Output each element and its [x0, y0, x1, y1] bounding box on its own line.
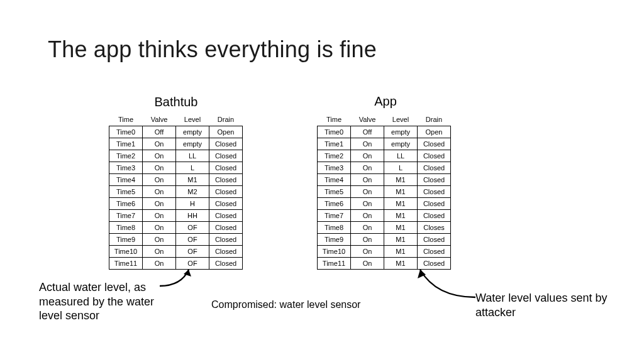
table-cell: L: [176, 162, 209, 174]
table-row: Time9OnM1Closed: [318, 234, 451, 246]
table-cell: On: [143, 162, 176, 174]
table-bathtub: Time Valve Level Drain Time0OffemptyOpen…: [109, 114, 243, 270]
table-cell: Time11: [109, 258, 143, 270]
table-cell: On: [351, 234, 384, 246]
table-row: Time10OnOFClosed: [109, 246, 243, 258]
table-cell: Time4: [318, 174, 351, 186]
table-cell: M1: [384, 174, 418, 186]
table-row: Time6OnHClosed: [109, 198, 243, 210]
table-cell: Closed: [418, 246, 451, 258]
table-cell: On: [351, 210, 384, 222]
col-time: Time: [109, 114, 143, 126]
table-cell: Closed: [209, 234, 243, 246]
table-cell: On: [143, 222, 176, 234]
table-cell: empty: [176, 126, 209, 138]
table-cell: Closed: [209, 246, 243, 258]
table-cell: Time1: [109, 138, 143, 150]
table-cell: Open: [209, 126, 243, 138]
table-cell: On: [143, 186, 176, 198]
table-cell: On: [351, 174, 384, 186]
table-cell: Time11: [318, 258, 351, 270]
table-cell: Open: [418, 126, 451, 138]
table-cell: Time7: [318, 210, 351, 222]
table-cell: Closed: [418, 198, 451, 210]
table-cell: LL: [176, 150, 209, 162]
table-cell: Closed: [418, 210, 451, 222]
table-row: Time9OnOFClosed: [109, 234, 243, 246]
table-cell: Closed: [418, 234, 451, 246]
table-cell: On: [351, 162, 384, 174]
table-row: Time0OffemptyOpen: [318, 126, 451, 138]
table-row: Time2OnLLClosed: [318, 150, 451, 162]
table-cell: OF: [176, 246, 209, 258]
table-row: Time6OnM1Closed: [318, 198, 451, 210]
col-valve: Valve: [351, 114, 384, 126]
table-cell: OF: [176, 222, 209, 234]
table-cell: Time6: [318, 198, 351, 210]
table-cell: On: [143, 138, 176, 150]
table-cell: M1: [384, 210, 418, 222]
table-cell: On: [143, 234, 176, 246]
table-cell: On: [351, 138, 384, 150]
table-cell: LL: [384, 150, 418, 162]
table-row: Time10OnM1Closed: [318, 246, 451, 258]
table-cell: Closed: [209, 198, 243, 210]
table-cell: Time3: [109, 162, 143, 174]
table-row: Time0OffemptyOpen: [109, 126, 243, 138]
col-drain: Drain: [418, 114, 451, 126]
col-valve: Valve: [143, 114, 176, 126]
table-row: Time3OnLClosed: [318, 162, 451, 174]
table-cell: Closed: [209, 138, 243, 150]
table-cell: Time9: [109, 234, 143, 246]
table-row: Time2OnLLClosed: [109, 150, 243, 162]
table-cell: Closed: [209, 162, 243, 174]
table-cell: Time1: [318, 138, 351, 150]
table-cell: Time9: [318, 234, 351, 246]
table-row: Time1OnemptyClosed: [318, 138, 451, 150]
table-cell: Off: [143, 126, 176, 138]
table-cell: On: [351, 198, 384, 210]
table-row: Time5OnM2Closed: [109, 186, 243, 198]
caption-compromised: Compromised: water level sensor: [211, 299, 360, 311]
table-cell: Closed: [418, 162, 451, 174]
table-cell: Closed: [418, 174, 451, 186]
table-row: Time8OnM1Closes: [318, 222, 451, 234]
caption-actual-level: Actual water level, as measured by the w…: [39, 280, 165, 323]
table-cell: On: [143, 210, 176, 222]
table-cell: OF: [176, 234, 209, 246]
col-time: Time: [318, 114, 351, 126]
table-cell: Time7: [109, 210, 143, 222]
table-cell: Time5: [318, 186, 351, 198]
table-cell: Time6: [109, 198, 143, 210]
table-cell: On: [143, 174, 176, 186]
table-app: Time Valve Level Drain Time0OffemptyOpen…: [317, 114, 451, 270]
table-cell: Time8: [318, 222, 351, 234]
table-row: Time7OnM1Closed: [318, 210, 451, 222]
table-cell: empty: [176, 138, 209, 150]
table-cell: Time4: [109, 174, 143, 186]
table-cell: M1: [384, 246, 418, 258]
table-cell: Time8: [109, 222, 143, 234]
col-level: Level: [384, 114, 418, 126]
table-row: Time8OnOFClosed: [109, 222, 243, 234]
table-header-row: Time Valve Level Drain: [318, 114, 451, 126]
table-cell: M1: [384, 186, 418, 198]
subhead-bathtub: Bathtub: [110, 95, 242, 109]
table-cell: Closed: [209, 150, 243, 162]
table-row: Time7OnHHClosed: [109, 210, 243, 222]
table-cell: M1: [384, 222, 418, 234]
table-row: Time1OnemptyClosed: [109, 138, 243, 150]
table-cell: Closed: [209, 222, 243, 234]
table-cell: HH: [176, 210, 209, 222]
slide: The app thinks everything is fine Bathtu…: [0, 0, 644, 362]
table-cell: Time2: [109, 150, 143, 162]
table-cell: L: [384, 162, 418, 174]
table-cell: Closed: [418, 138, 451, 150]
table-cell: On: [143, 198, 176, 210]
table-cell: On: [351, 186, 384, 198]
table-cell: empty: [384, 126, 418, 138]
table-cell: Time5: [109, 186, 143, 198]
table-cell: Time3: [318, 162, 351, 174]
slide-title: The app thinks everything is fine: [48, 36, 377, 63]
table-cell: On: [351, 258, 384, 270]
